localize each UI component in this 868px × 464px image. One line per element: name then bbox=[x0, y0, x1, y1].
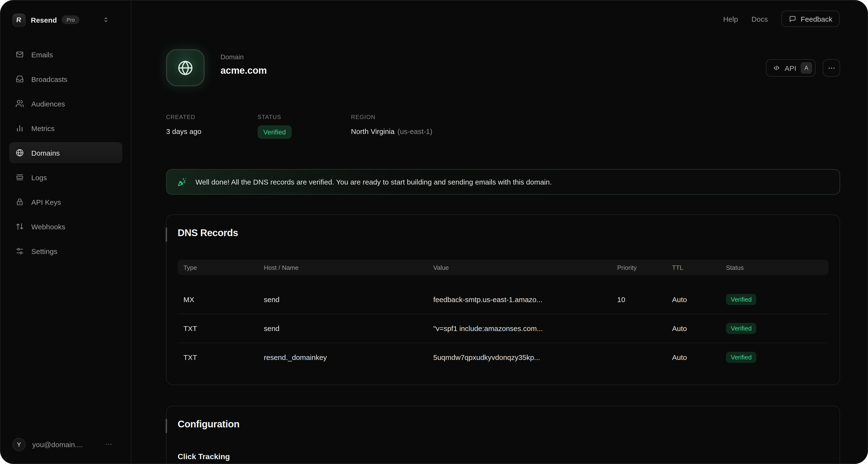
inbox-icon bbox=[16, 75, 24, 83]
lock-icon bbox=[16, 198, 24, 206]
cell-value: feedback-smtp.us-east-1.amazo... bbox=[433, 295, 617, 303]
sidebar-item-api-keys[interactable]: API Keys bbox=[9, 191, 122, 212]
sidebar-item-broadcasts[interactable]: Broadcasts bbox=[9, 68, 122, 90]
account-menu[interactable]: Y you@domain.... bbox=[9, 434, 122, 455]
table-row: TXT send "v=spf1 include:amazonses.com..… bbox=[178, 314, 829, 343]
sidebar-item-label: Domains bbox=[31, 149, 60, 157]
sidebar: R Resend Pro Emails Broadcasts Audiences… bbox=[0, 0, 131, 464]
dns-table-body: MX send feedback-smtp.us-east-1.amazo...… bbox=[178, 285, 829, 372]
user-email: you@domain.... bbox=[32, 440, 83, 448]
created-label: CREATED bbox=[166, 114, 257, 120]
mail-icon bbox=[16, 50, 24, 59]
sidebar-item-label: API Keys bbox=[31, 198, 61, 206]
column-header-type: Type bbox=[183, 264, 264, 271]
configuration-card: Configuration Click Tracking bbox=[166, 406, 840, 464]
cell-type: TXT bbox=[183, 324, 264, 332]
column-header-priority: Priority bbox=[617, 264, 672, 271]
resend-logo-glyph: R bbox=[16, 16, 22, 24]
success-banner: Well done! All the DNS records are verif… bbox=[166, 169, 840, 195]
keyboard-hint-badge: A bbox=[801, 62, 812, 74]
main-content: Help Docs Feedback Domain acme.com bbox=[131, 0, 868, 464]
api-button[interactable]: API A bbox=[766, 59, 815, 77]
dns-records-title: DNS Records bbox=[178, 227, 829, 238]
party-popper-icon bbox=[178, 177, 187, 186]
workspace-name: Resend bbox=[31, 16, 57, 24]
ellipsis-icon bbox=[827, 64, 836, 72]
created-value: 3 days ago bbox=[166, 127, 257, 136]
globe-icon bbox=[16, 148, 24, 157]
sidebar-item-label: Audiences bbox=[31, 99, 65, 108]
code-icon bbox=[773, 64, 780, 72]
domain-summary: CREATED 3 days ago STATUS Verified REGIO… bbox=[166, 114, 840, 139]
region-column: REGION North Virginia(us-east-1) bbox=[351, 114, 432, 139]
ellipsis-icon bbox=[105, 440, 113, 448]
cell-priority: 10 bbox=[617, 295, 672, 303]
domain-page: Domain acme.com API A CREATED bbox=[166, 0, 840, 464]
created-column: CREATED 3 days ago bbox=[166, 114, 257, 139]
card-accent-notch bbox=[165, 227, 167, 242]
column-header-ttl: TTL bbox=[672, 264, 726, 271]
cell-host: resend._domainkey bbox=[264, 353, 433, 361]
click-tracking-heading: Click Tracking bbox=[178, 453, 829, 461]
sidebar-item-label: Webhooks bbox=[31, 222, 65, 231]
sidebar-item-label: Logs bbox=[31, 173, 47, 181]
cell-value: 5uqmdw7qpxudkyvdonqzy35kp... bbox=[433, 353, 617, 361]
sidebar-item-domains[interactable]: Domains bbox=[9, 142, 122, 163]
cell-ttl: Auto bbox=[672, 295, 726, 303]
cell-ttl: Auto bbox=[672, 353, 726, 361]
header-actions: API A bbox=[766, 59, 840, 77]
sidebar-item-label: Emails bbox=[31, 50, 53, 59]
verified-badge: Verified bbox=[726, 352, 756, 363]
screenshot-stage: R Resend Pro Emails Broadcasts Audiences… bbox=[0, 0, 868, 464]
cell-host: send bbox=[264, 324, 433, 332]
domain-kicker: Domain bbox=[220, 53, 267, 61]
cell-ttl: Auto bbox=[672, 324, 726, 332]
domain-header: Domain acme.com API A bbox=[166, 49, 840, 86]
api-label: API bbox=[785, 64, 796, 72]
region-label: REGION bbox=[351, 114, 432, 120]
workspace-switcher[interactable]: R Resend Pro bbox=[9, 9, 122, 30]
sidebar-item-logs[interactable]: Logs bbox=[9, 167, 122, 188]
cell-type: MX bbox=[183, 295, 264, 303]
users-icon bbox=[16, 99, 24, 108]
card-accent-notch bbox=[165, 419, 167, 433]
status-badge: Verified bbox=[257, 125, 291, 139]
sidebar-item-audiences[interactable]: Audiences bbox=[9, 93, 122, 114]
arrow-up-down-icon bbox=[16, 222, 24, 231]
configuration-title: Configuration bbox=[178, 418, 829, 430]
column-header-value: Value bbox=[433, 264, 617, 271]
cell-host: send bbox=[264, 295, 433, 303]
cell-value: "v=spf1 include:amazonses.com... bbox=[433, 324, 617, 332]
sidebar-item-settings[interactable]: Settings bbox=[9, 240, 122, 262]
status-label: STATUS bbox=[257, 114, 351, 120]
region-code: (us-east-1) bbox=[397, 127, 432, 136]
domain-titles: Domain acme.com bbox=[220, 49, 267, 86]
domain-globe-tile bbox=[166, 49, 205, 86]
cell-type: TXT bbox=[183, 353, 264, 361]
sidebar-item-webhooks[interactable]: Webhooks bbox=[9, 216, 122, 237]
sidebar-nav: Emails Broadcasts Audiences Metrics Doma… bbox=[9, 44, 122, 265]
page-title: acme.com bbox=[220, 65, 267, 76]
globe-icon bbox=[177, 59, 194, 76]
table-row: MX send feedback-smtp.us-east-1.amazo...… bbox=[178, 285, 829, 314]
verified-badge: Verified bbox=[726, 294, 756, 305]
verified-badge: Verified bbox=[726, 323, 756, 334]
bar-chart-icon bbox=[16, 124, 24, 133]
sidebar-item-label: Metrics bbox=[31, 124, 55, 132]
chevrons-up-down-icon bbox=[102, 16, 110, 24]
sidebar-item-label: Settings bbox=[31, 247, 57, 255]
dns-table-header: Type Host / Name Value Priority TTL Stat… bbox=[178, 260, 829, 275]
sidebar-item-label: Broadcasts bbox=[31, 75, 67, 83]
sliders-icon bbox=[16, 247, 24, 255]
more-options-button[interactable] bbox=[823, 59, 840, 77]
rows-icon bbox=[16, 173, 24, 182]
dns-records-card: DNS Records Type Host / Name Value Prior… bbox=[166, 214, 840, 385]
table-row: TXT resend._domainkey 5uqmdw7qpxudkyvdon… bbox=[178, 343, 829, 372]
column-header-status: Status bbox=[726, 264, 823, 271]
region-name: North Virginia bbox=[351, 127, 395, 136]
sidebar-item-emails[interactable]: Emails bbox=[9, 44, 122, 65]
avatar-initial: Y bbox=[17, 441, 21, 448]
column-header-host: Host / Name bbox=[264, 264, 433, 271]
avatar: Y bbox=[12, 438, 26, 451]
sidebar-item-metrics[interactable]: Metrics bbox=[9, 118, 122, 139]
